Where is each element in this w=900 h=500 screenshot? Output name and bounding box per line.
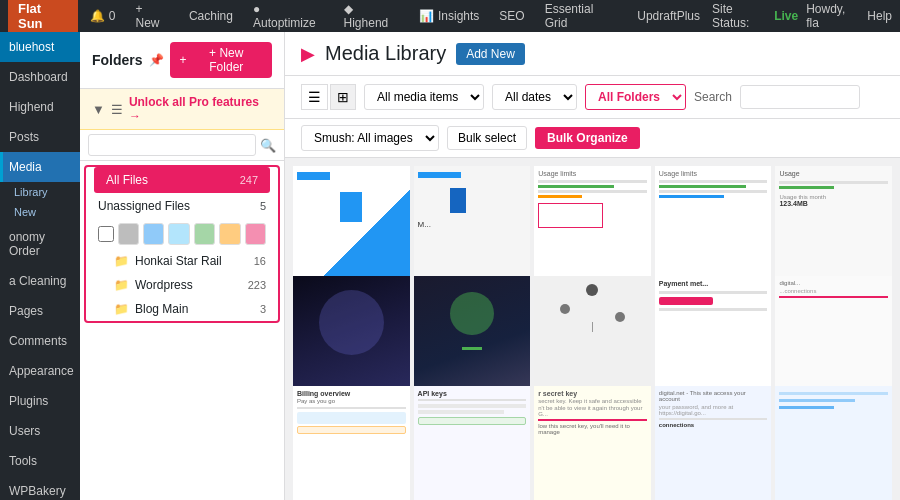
subfolder-count: 223 [248, 279, 266, 291]
admin-bar-highend[interactable]: ◆ Highend [336, 0, 407, 32]
folder-search-input[interactable] [88, 134, 256, 156]
media-item[interactable]: Usage limits [534, 166, 651, 283]
bulk-select-button[interactable]: Bulk select [447, 126, 527, 150]
sidebar-item-comments[interactable]: Comments [0, 326, 80, 356]
sidebar-sub-library[interactable]: Library [0, 182, 80, 202]
media-item[interactable]: digital.net - This site access your acco… [655, 386, 772, 500]
media-item[interactable] [534, 276, 651, 393]
admin-bar-new[interactable]: + New [128, 0, 177, 32]
folders-header: Folders 📌 + + New Folder [80, 32, 284, 89]
subfolder-item-honkai[interactable]: 📁 Honkai Star Rail 16 [86, 249, 278, 273]
second-toolbar: Smush: All images Bulk select Bulk Organ… [285, 119, 900, 158]
media-item[interactable]: Payment met... [655, 276, 772, 393]
folder-item-unassigned[interactable]: Unassigned Files 5 [86, 193, 278, 219]
media-item[interactable] [775, 386, 892, 500]
sidebar-item-wpbakery[interactable]: WPBakery Page Builder [0, 476, 80, 500]
admin-bar-right: Site Status: Live Howdy, fla Help [712, 2, 892, 30]
media-item[interactable] [414, 276, 531, 393]
menu-icon[interactable]: ☰ [111, 102, 123, 117]
media-item[interactable]: r secret key secret key. Keep it safe an… [534, 386, 651, 500]
list-view-button[interactable]: ☰ [301, 84, 328, 110]
help-link[interactable]: Help [867, 9, 892, 23]
subfolder-label: Wordpress [135, 278, 193, 292]
sidebar-item-users[interactable]: Users [0, 416, 80, 446]
media-item[interactable] [293, 276, 410, 393]
media-item[interactable]: Billing overview Pay as you go [293, 386, 410, 500]
subfolder-label: Blog Main [135, 302, 188, 316]
all-files-label: All Files [106, 173, 148, 187]
new-folder-label: + New Folder [191, 46, 262, 74]
subfolder-item-blogmain[interactable]: 📁 Blog Main 3 [86, 297, 278, 321]
search-input[interactable] [740, 85, 860, 109]
folders-panel: Folders 📌 + + New Folder ▼ ☰ Unlock all … [80, 32, 285, 500]
sidebar-item-dashboard[interactable]: Dashboard [0, 62, 80, 92]
admin-bar-caching[interactable]: Caching [181, 0, 241, 32]
sidebar-item-media[interactable]: Media [0, 152, 80, 182]
sidebar-item-appearance[interactable]: Appearance [0, 356, 80, 386]
admin-bar: Flat Sun 🔔 0 + New Caching ● Autoptimize… [0, 0, 900, 32]
thumb-content [293, 276, 410, 393]
admin-bar-autoptimize[interactable]: ● Autoptimize [245, 0, 332, 32]
main-layout: bluehost Dashboard Highend Posts Media L… [0, 32, 900, 500]
media-header: ▶ Media Library Add New [285, 32, 900, 76]
sidebar-item-bluehost[interactable]: bluehost [0, 32, 80, 62]
subfolder-item-wordpress[interactable]: 📁 Wordpress 223 [86, 273, 278, 297]
folder-icon: 📁 [114, 302, 129, 316]
sidebar: bluehost Dashboard Highend Posts Media L… [0, 32, 80, 500]
swatch-green[interactable] [194, 223, 215, 245]
media-item[interactable] [293, 166, 410, 283]
swatch-gray[interactable] [118, 223, 139, 245]
smush-select[interactable]: Smush: All images [301, 125, 439, 151]
subfolder-count: 16 [254, 255, 266, 267]
swatch-blue[interactable] [143, 223, 164, 245]
view-toggle: ☰ ⊞ [301, 84, 356, 110]
unassigned-count: 5 [260, 200, 266, 212]
admin-bar-insights[interactable]: 📊 Insights [411, 0, 487, 32]
bell-icon: 🔔 [90, 9, 105, 23]
admin-bar-logo[interactable]: Flat Sun [8, 0, 78, 32]
thumb-content [414, 276, 531, 393]
media-item[interactable]: Usage Usage this month 123.4MB [775, 166, 892, 283]
pro-banner: ▼ ☰ Unlock all Pro features → [80, 89, 284, 130]
folder-item-all-files[interactable]: All Files 247 [94, 167, 270, 193]
grid-view-button[interactable]: ⊞ [330, 84, 356, 110]
media-item[interactable]: Usage limits [655, 166, 772, 283]
sidebar-sub-new[interactable]: New [0, 202, 80, 222]
sidebar-item-onomy[interactable]: onomy Order [0, 222, 80, 266]
sidebar-item-plugins[interactable]: Plugins [0, 386, 80, 416]
unlock-pro-link[interactable]: Unlock all Pro features → [129, 95, 272, 123]
collapse-icon[interactable]: ▼ [92, 102, 105, 117]
admin-bar-notif[interactable]: 🔔 0 [82, 0, 124, 32]
media-item[interactable]: API keys [414, 386, 531, 500]
search-icon: 🔍 [260, 138, 276, 153]
plus-icon: + [180, 53, 187, 67]
sidebar-item-cleaning[interactable]: a Cleaning [0, 266, 80, 296]
filter-folders-select[interactable]: All Folders [585, 84, 686, 110]
admin-bar-essential[interactable]: Essential Grid [537, 0, 626, 32]
bulk-organize-button[interactable]: Bulk Organize [535, 127, 640, 149]
admin-bar-seo[interactable]: SEO [491, 0, 532, 32]
sidebar-item-posts[interactable]: Posts [0, 122, 80, 152]
howdy-text: Howdy, fla [806, 2, 859, 30]
new-folder-button[interactable]: + + New Folder [170, 42, 272, 78]
filter-dates-select[interactable]: All dates [492, 84, 577, 110]
thumb-content: digital... ...connections [775, 276, 892, 393]
all-files-count: 247 [240, 174, 258, 186]
media-item[interactable]: digital... ...connections [775, 276, 892, 393]
folder-icon: 📁 [114, 278, 129, 292]
sidebar-item-highend[interactable]: Highend [0, 92, 80, 122]
site-name: Flat Sun [18, 1, 68, 31]
thumb-content: Usage limits [655, 166, 772, 283]
swatch-pink[interactable] [245, 223, 266, 245]
swatch-lightblue[interactable] [168, 223, 189, 245]
thumb-content [534, 276, 651, 393]
admin-bar-updraft[interactable]: UpdraftPlus [629, 0, 708, 32]
folder-checkbox[interactable] [98, 226, 114, 242]
sidebar-item-pages[interactable]: Pages [0, 296, 80, 326]
media-item[interactable]: M... [414, 166, 531, 283]
swatch-orange[interactable] [219, 223, 240, 245]
sidebar-item-tools[interactable]: Tools [0, 446, 80, 476]
thumb-content: r secret key secret key. Keep it safe an… [534, 386, 651, 500]
filter-media-select[interactable]: All media items [364, 84, 484, 110]
add-new-button[interactable]: Add New [456, 43, 525, 65]
